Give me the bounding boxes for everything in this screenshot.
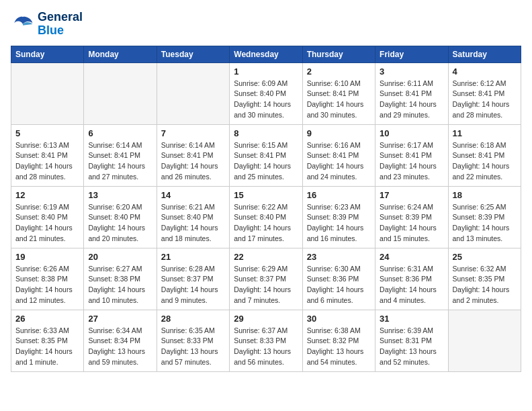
calendar-cell: 10Sunrise: 6:17 AM Sunset: 8:41 PM Dayli… — [375, 124, 448, 186]
day-info: Sunrise: 6:37 AM Sunset: 8:33 PM Dayligh… — [234, 326, 298, 368]
day-number: 29 — [234, 314, 298, 324]
calendar-cell: 21Sunrise: 6:28 AM Sunset: 8:37 PM Dayli… — [157, 248, 229, 310]
calendar-cell: 5Sunrise: 6:13 AM Sunset: 8:41 PM Daylig… — [11, 124, 84, 186]
calendar-cell: 22Sunrise: 6:29 AM Sunset: 8:37 PM Dayli… — [230, 248, 302, 310]
calendar-table: SundayMondayTuesdayWednesdayThursdayFrid… — [11, 46, 521, 372]
day-number: 5 — [15, 128, 79, 138]
calendar-cell: 6Sunrise: 6:14 AM Sunset: 8:41 PM Daylig… — [84, 124, 157, 186]
calendar-cell: 20Sunrise: 6:27 AM Sunset: 8:38 PM Dayli… — [84, 248, 157, 310]
weekday-header: Saturday — [448, 46, 521, 62]
day-number: 26 — [15, 314, 79, 324]
day-info: Sunrise: 6:35 AM Sunset: 8:33 PM Dayligh… — [161, 326, 225, 368]
day-info: Sunrise: 6:31 AM Sunset: 8:36 PM Dayligh… — [380, 264, 443, 306]
calendar-cell: 30Sunrise: 6:38 AM Sunset: 8:32 PM Dayli… — [302, 310, 375, 371]
logo-text: General Blue — [38, 11, 83, 38]
calendar-cell — [157, 62, 229, 124]
day-info: Sunrise: 6:16 AM Sunset: 8:41 PM Dayligh… — [307, 140, 371, 183]
calendar-cell: 1Sunrise: 6:09 AM Sunset: 8:40 PM Daylig… — [230, 62, 302, 124]
weekday-header: Thursday — [302, 46, 375, 62]
day-info: Sunrise: 6:11 AM Sunset: 8:41 PM Dayligh… — [380, 79, 443, 121]
weekday-header-row: SundayMondayTuesdayWednesdayThursdayFrid… — [11, 46, 521, 62]
calendar-cell: 23Sunrise: 6:30 AM Sunset: 8:36 PM Dayli… — [302, 248, 375, 310]
day-number: 19 — [15, 252, 79, 262]
calendar-cell: 19Sunrise: 6:26 AM Sunset: 8:38 PM Dayli… — [11, 248, 84, 310]
day-info: Sunrise: 6:27 AM Sunset: 8:38 PM Dayligh… — [88, 264, 152, 306]
day-info: Sunrise: 6:20 AM Sunset: 8:40 PM Dayligh… — [88, 202, 152, 244]
day-info: Sunrise: 6:33 AM Sunset: 8:35 PM Dayligh… — [15, 326, 79, 368]
day-number: 10 — [380, 128, 443, 138]
day-number: 7 — [161, 128, 225, 138]
day-number: 18 — [453, 190, 517, 200]
calendar-cell — [448, 310, 521, 371]
day-info: Sunrise: 6:23 AM Sunset: 8:39 PM Dayligh… — [307, 202, 371, 244]
day-info: Sunrise: 6:18 AM Sunset: 8:41 PM Dayligh… — [453, 140, 517, 183]
calendar-week-row: 26Sunrise: 6:33 AM Sunset: 8:35 PM Dayli… — [11, 310, 521, 371]
day-info: Sunrise: 6:13 AM Sunset: 8:41 PM Dayligh… — [15, 140, 79, 183]
day-info: Sunrise: 6:29 AM Sunset: 8:37 PM Dayligh… — [234, 264, 298, 306]
calendar-cell — [11, 62, 84, 124]
day-info: Sunrise: 6:22 AM Sunset: 8:40 PM Dayligh… — [234, 202, 298, 244]
day-info: Sunrise: 6:21 AM Sunset: 8:40 PM Dayligh… — [161, 202, 225, 244]
calendar-cell — [84, 62, 157, 124]
day-number: 4 — [453, 66, 517, 77]
day-number: 25 — [453, 252, 517, 262]
day-info: Sunrise: 6:10 AM Sunset: 8:41 PM Dayligh… — [307, 79, 371, 121]
calendar-cell: 16Sunrise: 6:23 AM Sunset: 8:39 PM Dayli… — [302, 186, 375, 248]
calendar-cell: 9Sunrise: 6:16 AM Sunset: 8:41 PM Daylig… — [302, 124, 375, 186]
day-info: Sunrise: 6:25 AM Sunset: 8:39 PM Dayligh… — [453, 202, 517, 244]
day-number: 20 — [88, 252, 152, 262]
logo-icon — [11, 12, 35, 36]
calendar-cell: 8Sunrise: 6:15 AM Sunset: 8:41 PM Daylig… — [230, 124, 302, 186]
calendar-cell: 31Sunrise: 6:39 AM Sunset: 8:31 PM Dayli… — [375, 310, 448, 371]
calendar-cell: 18Sunrise: 6:25 AM Sunset: 8:39 PM Dayli… — [448, 186, 521, 248]
calendar-cell: 12Sunrise: 6:19 AM Sunset: 8:40 PM Dayli… — [11, 186, 84, 248]
calendar-cell: 24Sunrise: 6:31 AM Sunset: 8:36 PM Dayli… — [375, 248, 448, 310]
day-number: 17 — [380, 190, 443, 200]
day-number: 28 — [161, 314, 225, 324]
page-header: General Blue — [11, 11, 521, 38]
calendar-cell: 11Sunrise: 6:18 AM Sunset: 8:41 PM Dayli… — [448, 124, 521, 186]
calendar-cell: 14Sunrise: 6:21 AM Sunset: 8:40 PM Dayli… — [157, 186, 229, 248]
day-number: 27 — [88, 314, 152, 324]
calendar-cell: 7Sunrise: 6:14 AM Sunset: 8:41 PM Daylig… — [157, 124, 229, 186]
calendar-week-row: 19Sunrise: 6:26 AM Sunset: 8:38 PM Dayli… — [11, 248, 521, 310]
weekday-header: Friday — [375, 46, 448, 62]
day-info: Sunrise: 6:15 AM Sunset: 8:41 PM Dayligh… — [234, 140, 298, 183]
day-number: 1 — [234, 66, 298, 77]
day-number: 9 — [307, 128, 371, 138]
day-info: Sunrise: 6:38 AM Sunset: 8:32 PM Dayligh… — [307, 326, 371, 368]
calendar-week-row: 1Sunrise: 6:09 AM Sunset: 8:40 PM Daylig… — [11, 62, 521, 124]
calendar-week-row: 5Sunrise: 6:13 AM Sunset: 8:41 PM Daylig… — [11, 124, 521, 186]
calendar-cell: 27Sunrise: 6:34 AM Sunset: 8:34 PM Dayli… — [84, 310, 157, 371]
day-number: 2 — [307, 66, 371, 77]
day-info: Sunrise: 6:32 AM Sunset: 8:35 PM Dayligh… — [453, 264, 517, 306]
day-number: 23 — [307, 252, 371, 262]
day-info: Sunrise: 6:26 AM Sunset: 8:38 PM Dayligh… — [15, 264, 79, 306]
day-number: 12 — [15, 190, 79, 200]
day-info: Sunrise: 6:09 AM Sunset: 8:40 PM Dayligh… — [234, 79, 298, 121]
calendar-cell: 3Sunrise: 6:11 AM Sunset: 8:41 PM Daylig… — [375, 62, 448, 124]
day-number: 22 — [234, 252, 298, 262]
calendar-cell: 17Sunrise: 6:24 AM Sunset: 8:39 PM Dayli… — [375, 186, 448, 248]
calendar-cell: 4Sunrise: 6:12 AM Sunset: 8:41 PM Daylig… — [448, 62, 521, 124]
day-info: Sunrise: 6:14 AM Sunset: 8:41 PM Dayligh… — [161, 140, 225, 183]
day-number: 21 — [161, 252, 225, 262]
calendar-week-row: 12Sunrise: 6:19 AM Sunset: 8:40 PM Dayli… — [11, 186, 521, 248]
day-number: 24 — [380, 252, 443, 262]
weekday-header: Wednesday — [230, 46, 302, 62]
day-info: Sunrise: 6:19 AM Sunset: 8:40 PM Dayligh… — [15, 202, 79, 244]
day-number: 16 — [307, 190, 371, 200]
weekday-header: Tuesday — [157, 46, 229, 62]
calendar-cell: 13Sunrise: 6:20 AM Sunset: 8:40 PM Dayli… — [84, 186, 157, 248]
day-number: 14 — [161, 190, 225, 200]
day-number: 13 — [88, 190, 152, 200]
day-info: Sunrise: 6:17 AM Sunset: 8:41 PM Dayligh… — [380, 140, 443, 183]
calendar-cell: 15Sunrise: 6:22 AM Sunset: 8:40 PM Dayli… — [230, 186, 302, 248]
day-info: Sunrise: 6:30 AM Sunset: 8:36 PM Dayligh… — [307, 264, 371, 306]
calendar-cell: 29Sunrise: 6:37 AM Sunset: 8:33 PM Dayli… — [230, 310, 302, 371]
day-number: 15 — [234, 190, 298, 200]
logo: General Blue — [11, 11, 83, 38]
day-info: Sunrise: 6:12 AM Sunset: 8:41 PM Dayligh… — [453, 79, 517, 121]
day-number: 6 — [88, 128, 152, 138]
calendar-cell: 25Sunrise: 6:32 AM Sunset: 8:35 PM Dayli… — [448, 248, 521, 310]
